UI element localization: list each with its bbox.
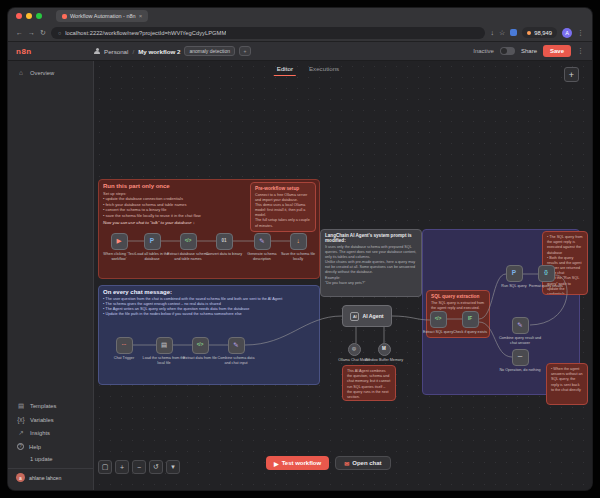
zoom-window-button[interactable] — [36, 13, 42, 19]
sidebar-item-updates[interactable]: 1 update — [8, 453, 93, 465]
workflow-node[interactable]: </> — [192, 337, 209, 354]
postgres-icon: P — [150, 238, 154, 245]
add-node-button[interactable]: + — [564, 67, 579, 82]
sticky-no-query-info[interactable]: • When the agent answers without an SQL … — [546, 363, 588, 405]
add-tag-button[interactable]: + — [239, 46, 251, 56]
downloads-icon[interactable]: ↓ — [490, 29, 494, 36]
node-ai-agent[interactable]: AI AI Agent — [342, 305, 392, 327]
node-label: Extract data from file — [183, 356, 217, 361]
workflow-node[interactable]: ↓ — [290, 233, 307, 250]
extension-icon[interactable] — [510, 29, 517, 36]
header-actions: Inactive Share Save ⋮ — [473, 45, 584, 57]
browser-tab[interactable]: Workflow Automation - n8n × — [56, 10, 148, 22]
help-icon: ? — [17, 443, 24, 450]
workflow-node[interactable]: — — [512, 349, 529, 366]
chat-icon: ✉ — [344, 460, 349, 467]
user-name: ahlane lahcen — [29, 475, 61, 481]
sticky-agent-note[interactable]: LangChain AI Agent’s system prompt is mo… — [320, 229, 422, 297]
sticky-every-chat[interactable]: On every chat message: • The user questi… — [98, 285, 320, 385]
workflow-node[interactable]: IF — [462, 311, 479, 328]
bookmark-star-icon[interactable]: ☆ — [499, 29, 505, 36]
sticky-title: SQL query extraction — [431, 294, 485, 299]
workflow-node[interactable]: P — [144, 233, 161, 250]
tab-executions[interactable]: Executions — [306, 63, 342, 76]
test-workflow-button[interactable]: ▶ Test workflow — [266, 456, 329, 470]
workflow-menu-icon[interactable]: ⋮ — [577, 47, 584, 55]
workflow-node[interactable]: </> — [430, 311, 447, 328]
sidebar-item-label: Variables — [30, 417, 54, 423]
sidebar-item-label: Help — [29, 444, 41, 450]
sidebar-item-insights[interactable]: ↗ Insights — [8, 426, 93, 440]
workflow-node[interactable]: ▶ — [111, 233, 128, 250]
workflow-node[interactable]: ··· — [116, 337, 133, 354]
counter-dot-icon — [527, 31, 531, 35]
open-chat-button[interactable]: ✉ Open chat — [335, 456, 390, 470]
browser-titlebar: Workflow Automation - n8n × — [8, 8, 592, 24]
sidebar-item-help[interactable]: ? Help — [8, 440, 93, 453]
reset-zoom-button[interactable]: ↺ — [149, 460, 163, 474]
workflow-node[interactable]: ✎ — [254, 233, 271, 250]
forward-icon[interactable]: → — [28, 29, 35, 36]
sidebar-item-overview[interactable]: ⌂ Overview — [8, 66, 93, 79]
insights-icon: ↗ — [17, 429, 25, 437]
counter-badge[interactable]: 98,949 — [522, 27, 557, 38]
play-icon: ▶ — [117, 238, 122, 245]
zoom-out-button[interactable]: − — [132, 460, 146, 474]
variables-icon: {x} — [17, 416, 25, 423]
breadcrumb: Personal / My workflow 2 anomaly detecti… — [94, 46, 251, 56]
noop-icon: — — [518, 355, 523, 360]
run-bar: ▶ Test workflow ✉ Open chat — [266, 456, 391, 470]
code-icon: </> — [435, 317, 442, 322]
close-window-button[interactable] — [16, 13, 22, 19]
workflow-tag[interactable]: anomaly detection — [184, 46, 235, 56]
reload-icon[interactable]: ↻ — [40, 29, 46, 36]
activation-toggle[interactable] — [500, 47, 515, 55]
model-icon: ◎ — [352, 347, 356, 352]
node-format-results: {} Format query results — [524, 265, 568, 289]
sidebar-user[interactable]: a ahlane lahcen — [8, 468, 93, 486]
sticky-agent-warning[interactable]: This AI Agent combines the question, sch… — [342, 365, 396, 401]
counter-value: 98,949 — [534, 30, 552, 36]
sidebar-item-label: Templates — [30, 403, 56, 409]
sticky-pre-setup[interactable]: Pre-workflow setup Connect to a free Oll… — [250, 182, 316, 232]
breadcrumb-project[interactable]: Personal — [104, 48, 128, 55]
sidebar-item-templates[interactable]: ▤ Templates — [8, 399, 93, 413]
workflow-node[interactable]: </> — [180, 233, 197, 250]
sidebar-item-label: 1 update — [30, 456, 53, 462]
save-button[interactable]: Save — [543, 45, 571, 57]
fit-view-button[interactable]: ▢ — [98, 460, 112, 474]
back-icon[interactable]: ← — [16, 29, 23, 36]
memory-icon: M — [382, 347, 386, 352]
n8n-logo[interactable]: n8n — [16, 47, 94, 56]
node-save-file: ↓ Save the schema file locally — [276, 233, 320, 261]
workflow-node[interactable]: ◎ — [348, 343, 361, 356]
node-label: AI Agent — [362, 313, 383, 319]
tab-editor[interactable]: Editor — [274, 63, 296, 76]
robot-icon: AI — [350, 312, 359, 321]
workflow-node[interactable]: P — [506, 265, 523, 282]
workflow-canvas[interactable]: Editor Executions + Run this part only o… — [94, 61, 592, 490]
zoom-in-button[interactable]: + — [115, 460, 129, 474]
browser-menu-icon[interactable]: ⋮ — [577, 29, 584, 36]
sidebar-item-variables[interactable]: {x} Variables — [8, 413, 93, 426]
share-button[interactable]: Share — [521, 48, 537, 54]
n8n-favicon — [62, 14, 67, 19]
workflow-node[interactable]: 01 — [216, 233, 233, 250]
workflow-node[interactable]: M — [378, 343, 391, 356]
edit-icon: ✎ — [259, 238, 264, 245]
close-tab-icon[interactable]: × — [139, 13, 143, 19]
workflow-node[interactable]: {} — [538, 265, 555, 282]
browser-profile-avatar[interactable]: A — [562, 28, 572, 38]
workflow-node[interactable]: ▤ — [156, 337, 173, 354]
workflow-node[interactable]: ✎ — [228, 337, 245, 354]
workflow-node[interactable]: ✎ — [512, 317, 529, 334]
workflow-name[interactable]: My workflow 2 — [138, 48, 180, 55]
minimize-window-button[interactable] — [26, 13, 32, 19]
sidebar-item-label: Insights — [30, 430, 50, 436]
more-options-button[interactable]: ▾ — [166, 460, 180, 474]
address-input[interactable]: ○ localhost:2222/workflow/new?projectId=… — [51, 27, 486, 39]
braces-icon: {} — [544, 271, 548, 276]
edit-icon: ✎ — [233, 342, 238, 349]
node-label: Format query results — [529, 284, 563, 289]
node-combine-answer: ✎ Combine query result and chat answer — [498, 317, 542, 345]
